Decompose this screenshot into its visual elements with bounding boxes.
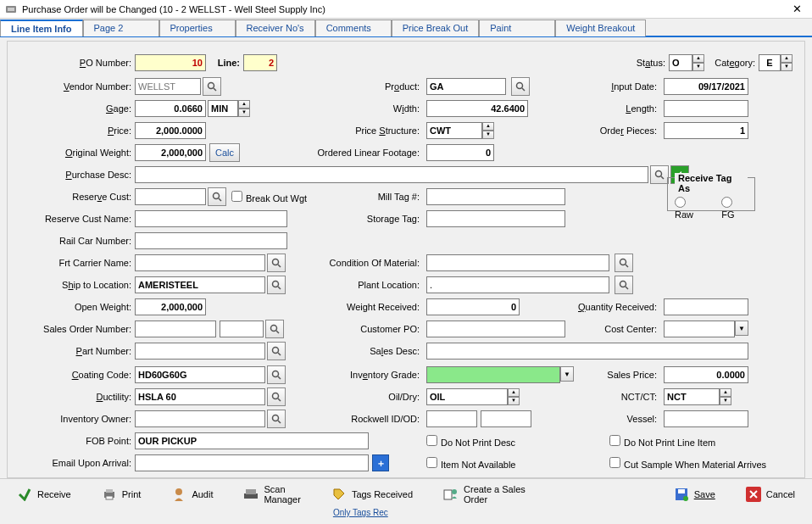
storage-tag-input[interactable]	[426, 210, 565, 227]
create-sales-order-button[interactable]: Create a SalesOrder	[435, 482, 534, 506]
email-upon-arrival-input[interactable]	[135, 454, 369, 471]
ductility-input[interactable]	[135, 388, 265, 405]
fob-point-input[interactable]	[135, 432, 369, 449]
item-not-available-label[interactable]: Item Not Available	[426, 457, 515, 470]
rockwell-b-input[interactable]	[481, 410, 531, 427]
nct-ct-spinner[interactable]: ▲▼	[720, 388, 731, 405]
length-input[interactable]	[664, 100, 748, 117]
status-input[interactable]	[669, 54, 692, 71]
only-tags-rec-link[interactable]: Only Tags Rec	[333, 508, 388, 517]
audit-button[interactable]: Audit	[163, 482, 221, 506]
cost-center-dropdown[interactable]: ▼	[735, 321, 748, 336]
gage-unit-input[interactable]	[208, 100, 238, 117]
do-not-print-desc-label[interactable]: Do Not Print Desc	[426, 435, 515, 448]
nct-ct-input[interactable]	[664, 388, 720, 405]
tab-properties[interactable]: Properties	[159, 20, 236, 36]
status-spinner[interactable]: ▲▼	[692, 54, 704, 71]
sales-order-number-input[interactable]	[135, 321, 216, 337]
ductility-lookup-button[interactable]	[267, 387, 286, 406]
reserve-cust-input[interactable]	[135, 188, 206, 205]
print-button[interactable]: Print	[93, 482, 150, 506]
plant-location-input[interactable]	[426, 276, 609, 293]
width-input[interactable]	[426, 100, 528, 117]
break-out-wgt-label[interactable]: Break Out Wgt	[231, 191, 307, 203]
ship-to-location-input[interactable]	[135, 276, 265, 293]
cancel-button[interactable]: Cancel	[737, 482, 804, 506]
condition-lookup-button[interactable]	[615, 254, 633, 272]
label-nct-ct: NCT/CT:	[601, 392, 660, 402]
cut-sample-checkbox[interactable]	[609, 457, 620, 468]
order-pieces-input[interactable]	[664, 122, 748, 139]
quantity-received-input[interactable]	[664, 298, 748, 315]
oil-dry-input[interactable]	[426, 388, 508, 405]
receive-button[interactable]: Receive	[8, 482, 80, 506]
coating-code-lookup-button[interactable]	[267, 365, 286, 384]
reserve-cust-name-input[interactable]	[135, 210, 287, 227]
product-lookup-button[interactable]	[511, 77, 530, 96]
break-out-wgt-checkbox[interactable]	[231, 191, 242, 202]
ordered-linear-footage-input[interactable]	[426, 144, 494, 161]
label-ordered-linear-footage: Ordered Linear Footage:	[296, 148, 423, 158]
tab-price-break-out[interactable]: Price Break Out	[392, 20, 480, 36]
sales-order-number-b-input[interactable]	[220, 321, 264, 337]
category-input[interactable]	[759, 54, 781, 71]
do-not-print-line-item-label[interactable]: Do Not Print Line Item	[609, 435, 715, 448]
plant-location-lookup-button[interactable]	[615, 276, 633, 294]
gage-unit-spinner[interactable]: ▲▼	[238, 100, 250, 117]
coating-code-input[interactable]	[135, 366, 265, 383]
tab-receiver-nos[interactable]: Receiver No's	[236, 20, 315, 36]
tab-comments[interactable]: Comments	[315, 20, 392, 36]
product-input[interactable]	[426, 78, 506, 95]
cut-sample-label[interactable]: Cut Sample When Material Arrives	[609, 457, 766, 470]
inventory-owner-input[interactable]	[135, 410, 265, 427]
price-input[interactable]	[135, 122, 206, 139]
customer-po-input[interactable]	[426, 321, 565, 337]
oil-dry-spinner[interactable]: ▲▼	[508, 388, 520, 405]
frt-carrier-lookup-button[interactable]	[267, 254, 286, 272]
tab-line-item-info[interactable]: Line Item Info	[0, 20, 83, 36]
do-not-print-desc-checkbox[interactable]	[426, 435, 437, 446]
calc-button[interactable]: Calc	[209, 143, 240, 162]
input-date-input[interactable]	[664, 78, 748, 95]
tab-page-2[interactable]: Page 2	[83, 20, 159, 36]
label-fob-point: FOB Point:	[8, 436, 135, 446]
inventory-grade-dropdown[interactable]: ▼	[560, 366, 574, 382]
line-input[interactable]	[243, 54, 277, 71]
gage-input[interactable]	[135, 100, 206, 117]
tab-paint[interactable]: Paint	[479, 20, 555, 36]
purchase-desc-input[interactable]	[135, 166, 648, 183]
close-button[interactable]: ✕	[787, 3, 807, 15]
label-ductility: Ductility:	[8, 392, 135, 402]
purchase-desc-lookup-button[interactable]	[650, 165, 669, 184]
vessel-input[interactable]	[664, 410, 748, 427]
price-structure-input[interactable]	[426, 122, 482, 139]
save-button[interactable]: Save	[665, 482, 724, 506]
rockwell-a-input[interactable]	[426, 410, 477, 427]
do-not-print-line-item-checkbox[interactable]	[609, 435, 620, 446]
tags-received-button[interactable]: Tags Received	[323, 482, 421, 506]
po-number-input[interactable]	[135, 54, 206, 71]
frt-carrier-name-input[interactable]	[135, 254, 265, 271]
sales-order-lookup-button[interactable]	[265, 320, 284, 338]
original-weight-input[interactable]	[135, 144, 206, 161]
item-not-available-checkbox[interactable]	[426, 457, 437, 468]
inventory-grade-input[interactable]	[426, 366, 560, 383]
category-spinner[interactable]: ▲▼	[781, 54, 793, 71]
rail-car-number-input[interactable]	[135, 232, 287, 249]
part-number-input[interactable]	[135, 343, 265, 360]
ship-to-lookup-button[interactable]	[267, 276, 286, 294]
scan-manager-button[interactable]: ScanManager	[235, 482, 309, 506]
sales-price-input[interactable]	[664, 366, 748, 383]
add-email-button[interactable]: ＋	[372, 454, 389, 471]
label-vessel: Vessel:	[609, 414, 660, 424]
cost-center-input[interactable]	[664, 321, 735, 337]
sales-desc-input[interactable]	[426, 343, 748, 360]
mill-tag-input[interactable]	[426, 188, 565, 205]
vendor-lookup-button[interactable]	[203, 77, 221, 96]
condition-of-material-input[interactable]	[426, 254, 609, 271]
reserve-cust-lookup-button[interactable]	[208, 187, 226, 206]
tab-weight-breakout[interactable]: Weight Breakout	[555, 20, 646, 36]
inventory-owner-lookup-button[interactable]	[267, 410, 286, 428]
price-structure-spinner[interactable]: ▲▼	[482, 122, 494, 139]
part-number-lookup-button[interactable]	[267, 342, 286, 360]
